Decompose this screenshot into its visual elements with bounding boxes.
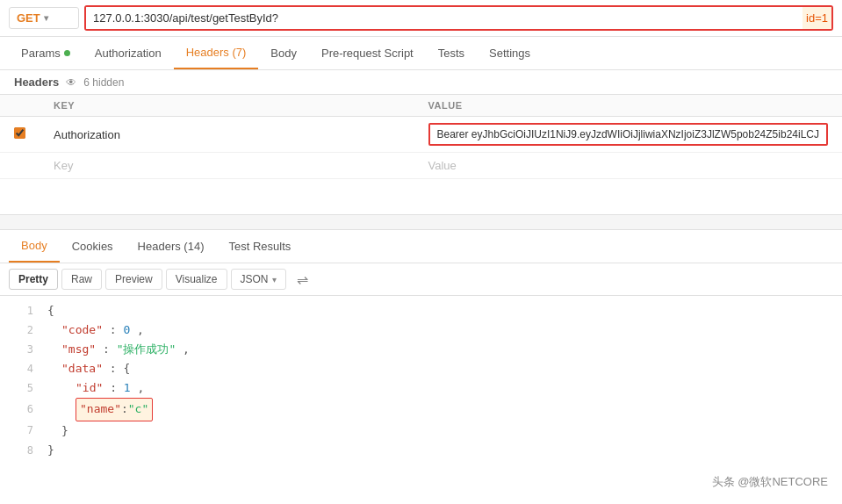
tab-params[interactable]: Params bbox=[9, 38, 83, 68]
resp-tab-testresults-label: Test Results bbox=[228, 240, 291, 253]
format-bar: Pretty Raw Preview Visualize JSON ▾ ⇌ bbox=[0, 263, 842, 296]
value-placeholder: Value bbox=[428, 159, 457, 172]
json-key-data: "data" bbox=[61, 362, 103, 375]
json-brace-open: { bbox=[47, 301, 54, 320]
resp-tab-body-label: Body bbox=[21, 239, 47, 252]
tab-params-label: Params bbox=[21, 47, 61, 60]
header-value[interactable]: Bearer eyJhbGciOiJIUzI1NiJ9.eyJzdWIiOiJj… bbox=[428, 123, 828, 146]
comma-5: , bbox=[137, 381, 144, 394]
resp-tab-cookies[interactable]: Cookies bbox=[60, 231, 126, 262]
json-body: 1 { 2 "code" : 0 , 3 "msg" : "操作成功" , 4 … bbox=[0, 296, 842, 465]
response-tabs-row: Body Cookies Headers (14) Test Results bbox=[0, 230, 842, 263]
key-placeholder: Key bbox=[54, 159, 73, 172]
chevron-down-icon: ▾ bbox=[44, 13, 48, 23]
json-val-id: 1 bbox=[124, 381, 131, 394]
tab-tests[interactable]: Tests bbox=[426, 38, 477, 68]
hidden-count: 6 hidden bbox=[83, 76, 124, 89]
wrap-icon[interactable]: ⇌ bbox=[297, 271, 308, 288]
json-brace-outer-close: } bbox=[47, 441, 54, 460]
json-key-name: "name" bbox=[80, 400, 121, 419]
col-key-header: KEY bbox=[40, 95, 414, 117]
colon-6: : bbox=[121, 400, 128, 419]
colon-5: : bbox=[110, 381, 124, 394]
json-line-8: 8 } bbox=[0, 441, 842, 460]
headers-label: Headers bbox=[14, 76, 59, 89]
line-num-4: 4 bbox=[7, 360, 33, 378]
json-line-2: 2 "code" : 0 , bbox=[0, 320, 842, 340]
json-key-msg: "msg" bbox=[61, 342, 96, 356]
json-line-5: 5 "id" : 1 , bbox=[0, 378, 842, 398]
tab-settings-label: Settings bbox=[489, 47, 530, 60]
request-tabs-row: Params Authorization Headers (7) Body Pr… bbox=[0, 37, 842, 70]
tab-prerequest[interactable]: Pre-request Script bbox=[309, 38, 426, 68]
comma-2: , bbox=[137, 323, 144, 336]
tab-body-label: Body bbox=[270, 47, 297, 60]
json-val-name: "c" bbox=[128, 400, 148, 419]
line-num-5: 5 bbox=[7, 379, 33, 397]
watermark: 头条 @微软NETCORE bbox=[712, 474, 828, 490]
new-row-checkbox-cell bbox=[0, 153, 40, 179]
params-dot bbox=[64, 50, 70, 56]
row-checkbox-cell[interactable] bbox=[0, 117, 40, 153]
headers-sub-bar: Headers 👁 6 hidden bbox=[0, 70, 842, 95]
header-value-cell: Bearer eyJhbGciOiJIUzI1NiJ9.eyJzdWIiOiJj… bbox=[414, 117, 842, 153]
col-checkbox bbox=[0, 95, 40, 117]
json-line-4: 4 "data" : { bbox=[0, 359, 842, 378]
url-highlight: id=1 bbox=[802, 7, 831, 29]
resp-tab-testresults[interactable]: Test Results bbox=[216, 231, 303, 262]
tab-authorization-label: Authorization bbox=[95, 47, 162, 60]
url-bar: GET ▾ id=1 bbox=[0, 0, 842, 37]
url-input-container: id=1 bbox=[84, 5, 833, 31]
method-text: GET bbox=[17, 11, 40, 25]
line-num-7: 7 bbox=[7, 421, 33, 439]
line-num-2: 2 bbox=[7, 321, 33, 339]
format-chevron-icon: ▾ bbox=[272, 275, 277, 284]
format-preview-btn[interactable]: Preview bbox=[105, 269, 162, 290]
table-row: Authorization Bearer eyJhbGciOiJIUzI1NiJ… bbox=[0, 117, 842, 153]
line-num-8: 8 bbox=[7, 442, 33, 459]
colon-4: : bbox=[110, 362, 124, 375]
tab-body[interactable]: Body bbox=[258, 38, 309, 68]
highlighted-name-line: "name" : "c" bbox=[76, 398, 153, 421]
format-visualize-btn[interactable]: Visualize bbox=[166, 269, 227, 290]
tab-settings[interactable]: Settings bbox=[477, 38, 543, 68]
headers-table: KEY VALUE Authorization Bearer eyJhbGciO… bbox=[0, 95, 842, 179]
header-key: Authorization bbox=[40, 117, 414, 153]
json-val-code: 0 bbox=[123, 323, 130, 336]
tab-prerequest-label: Pre-request Script bbox=[321, 47, 414, 60]
resp-tab-headers-label: Headers (14) bbox=[138, 240, 205, 253]
resp-tab-body[interactable]: Body bbox=[9, 230, 60, 263]
tab-headers[interactable]: Headers (7) bbox=[174, 37, 259, 69]
line-num-6: 6 bbox=[7, 400, 33, 418]
json-line-7: 7 } bbox=[0, 421, 842, 441]
format-type-label: JSON bbox=[241, 273, 269, 285]
resp-tab-headers[interactable]: Headers (14) bbox=[126, 231, 217, 262]
new-header-row: Key Value bbox=[0, 153, 842, 179]
json-brace-data: { bbox=[123, 362, 130, 375]
new-value-cell[interactable]: Value bbox=[414, 153, 842, 179]
line-num-3: 3 bbox=[7, 341, 33, 358]
resp-tab-cookies-label: Cookies bbox=[72, 240, 113, 253]
col-value-header: VALUE bbox=[414, 95, 842, 117]
json-line-6: 6 "name" : "c" bbox=[0, 398, 842, 421]
tab-authorization[interactable]: Authorization bbox=[83, 38, 174, 68]
tab-tests-label: Tests bbox=[438, 47, 464, 60]
json-val-msg: "操作成功" bbox=[117, 342, 176, 356]
new-key-cell[interactable]: Key bbox=[40, 153, 414, 179]
row-checkbox[interactable] bbox=[14, 127, 25, 139]
json-line-1: 1 { bbox=[0, 301, 842, 320]
url-input[interactable] bbox=[86, 7, 802, 29]
colon-3: : bbox=[103, 342, 117, 356]
section-divider bbox=[0, 214, 842, 230]
eye-icon: 👁 bbox=[66, 76, 76, 89]
json-line-3: 3 "msg" : "操作成功" , bbox=[0, 340, 842, 359]
json-key-id: "id" bbox=[76, 381, 103, 394]
colon-2: : bbox=[110, 323, 124, 336]
json-brace-inner-close: } bbox=[61, 421, 68, 441]
format-type-select[interactable]: JSON ▾ bbox=[231, 269, 286, 290]
comma-3: , bbox=[183, 342, 190, 356]
format-pretty-btn[interactable]: Pretty bbox=[9, 269, 58, 290]
tab-headers-label: Headers (7) bbox=[186, 46, 247, 59]
method-select[interactable]: GET ▾ bbox=[9, 7, 79, 29]
format-raw-btn[interactable]: Raw bbox=[61, 269, 102, 290]
